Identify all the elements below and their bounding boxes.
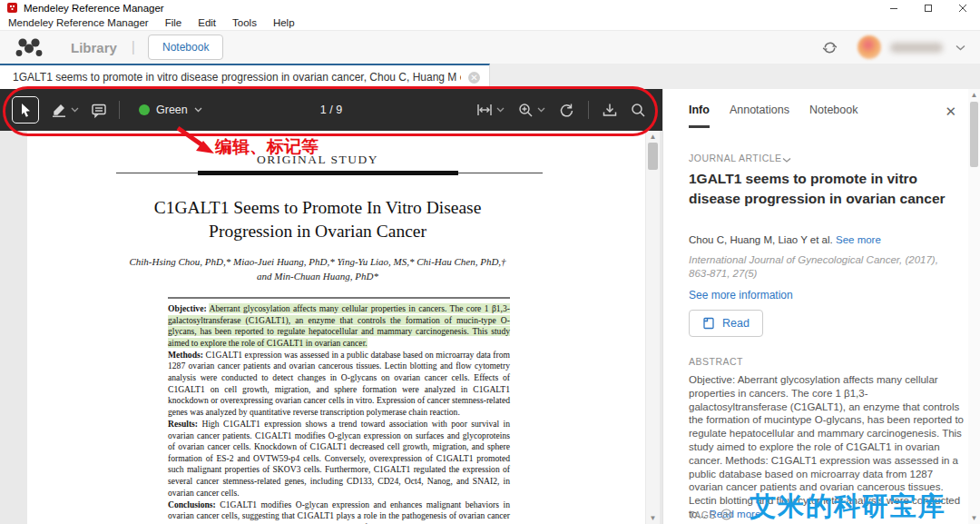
abstract-methods: Methods: C1GALT1 expression was assessed…: [168, 350, 510, 419]
abstract-conclusions: Conclusions: C1GALT1 modifies O-glycan e…: [168, 499, 510, 524]
menu-tools[interactable]: Tools: [224, 17, 265, 28]
title-bar: Mendeley Reference Manager: [0, 0, 980, 15]
pdf-page: Original Study C1GALT1 Seems to Promote …: [27, 131, 645, 524]
menu-file[interactable]: File: [157, 17, 191, 28]
tab-bar: 1GALT1 seems to promote in vitro disease…: [0, 64, 980, 89]
see-more-authors-link[interactable]: See more: [836, 234, 881, 245]
toolbar-divider: [588, 101, 589, 119]
pdf-viewer: Original Study C1GALT1 Seems to Promote …: [0, 131, 662, 524]
toolbar-divider: [119, 101, 120, 119]
select-tool-button[interactable]: [12, 96, 39, 124]
tab-close-icon[interactable]: ✕: [468, 72, 480, 84]
maximize-button[interactable]: [911, 0, 946, 15]
rotate-button[interactable]: [559, 103, 574, 118]
header-rule: [116, 173, 543, 173]
read-document-icon: [702, 317, 715, 330]
sync-icon[interactable]: [822, 40, 838, 55]
paper-abstract: Objective: Aberrant glycosylation affect…: [168, 303, 510, 524]
info-panel: Info Annotations Notebook ✕ JOURNAL ARTI…: [662, 89, 980, 524]
read-button[interactable]: Read: [689, 310, 763, 337]
document-tab[interactable]: 1GALT1 seems to promote in vitro disease…: [0, 64, 490, 89]
panel-scroll-down-icon[interactable]: ▼: [968, 512, 980, 524]
menu-help[interactable]: Help: [265, 17, 303, 28]
zoom-button[interactable]: [518, 103, 545, 118]
tab-notebook[interactable]: Notebook: [809, 104, 858, 128]
color-chevron-down-icon: [194, 107, 202, 113]
fit-width-button[interactable]: [476, 104, 505, 116]
rotate-icon: [559, 103, 574, 118]
menu-mendeley[interactable]: Mendeley Reference Manager: [0, 17, 157, 28]
see-more-information-link[interactable]: See more information: [689, 289, 793, 302]
tags-section: TAGS: [689, 509, 732, 520]
abstract-preview: Objective: Aberrant glycosylation affect…: [689, 373, 965, 521]
highlighted-text: Aberrant glycosylation affects many cell…: [168, 303, 510, 348]
search-button[interactable]: [631, 103, 646, 118]
mendeley-window: Mendeley Reference Manager Mendeley Refe…: [0, 0, 980, 524]
note-tool-button[interactable]: [91, 103, 107, 118]
window-title: Mendeley Reference Manager: [24, 3, 164, 14]
abstract-results: Results: High C1GALT1 expression shows a…: [168, 419, 510, 499]
menu-edit[interactable]: Edit: [190, 17, 224, 28]
fit-chevron-down-icon[interactable]: [496, 107, 505, 113]
panel-scroll-up-icon[interactable]: ▲: [968, 89, 980, 101]
paper-title: C1GALT1 Seems to Promote In Vitro Diseas…: [27, 196, 608, 243]
zoom-in-icon: [518, 103, 534, 118]
download-icon: [603, 103, 617, 117]
paper-section-label: Original Study: [27, 153, 608, 167]
info-panel-tabs: Info Annotations Notebook: [689, 104, 858, 128]
pdf-scrollbar[interactable]: ▲ ▼: [646, 131, 660, 524]
highlight-color-selector[interactable]: Green: [139, 104, 202, 116]
user-name-redacted: [890, 43, 943, 53]
abstract-section-label: ABSTRACT: [689, 356, 743, 367]
tab-annotations[interactable]: Annotations: [730, 104, 789, 128]
zoom-chevron-down-icon[interactable]: [537, 107, 545, 113]
account-chevron-down-icon[interactable]: [956, 44, 965, 51]
panel-scrollbar[interactable]: ▲ ▼: [968, 89, 980, 524]
search-icon: [631, 103, 646, 118]
highlighter-icon: [51, 102, 67, 118]
highlighter-tool-button[interactable]: [51, 102, 79, 118]
library-label[interactable]: Library: [71, 40, 117, 55]
tab-info[interactable]: Info: [689, 104, 710, 128]
notebook-button[interactable]: Notebook: [148, 35, 223, 60]
reference-type-selector[interactable]: JOURNAL ARTICLE: [689, 153, 791, 163]
user-avatar[interactable]: [858, 35, 881, 59]
document-tab-title: 1GALT1 seems to promote in vitro disease…: [13, 71, 461, 84]
header-divider: |: [132, 39, 135, 55]
scroll-down-icon[interactable]: ▼: [646, 512, 660, 524]
add-tag-icon[interactable]: [720, 509, 732, 520]
abstract-rule: [168, 297, 510, 299]
paper-authors: Chih-Hsing Chou, PhD,* Miao-Juei Huang, …: [27, 254, 608, 283]
mendeley-logo-icon: [15, 36, 44, 58]
pdf-scroll-thumb[interactable]: [648, 143, 658, 170]
green-color-dot-icon: [139, 104, 150, 115]
menu-bar: Mendeley Reference Manager File Edit Too…: [0, 15, 980, 31]
panel-close-icon[interactable]: ✕: [945, 104, 956, 120]
highlighter-chevron-down-icon[interactable]: [71, 107, 79, 113]
reference-authors: Chou C, Huang M, Liao Y et al. See more: [689, 234, 881, 245]
fit-width-icon: [476, 104, 493, 116]
journal-reference: International Journal of Gynecological C…: [689, 253, 961, 281]
abstract-objective: Objective: Aberrant glycosylation affect…: [168, 303, 510, 349]
close-button[interactable]: [946, 0, 980, 15]
mendeley-app-icon: [7, 3, 17, 13]
app-header: Library | Notebook: [0, 31, 980, 64]
color-label: Green: [156, 104, 188, 116]
reference-title[interactable]: 1GALT1 seems to promote in vitro disease…: [689, 169, 956, 209]
pdf-toolbar: Green 1 / 9: [0, 89, 662, 131]
scroll-up-icon[interactable]: ▲: [646, 131, 660, 143]
comment-icon: [91, 103, 107, 118]
minimize-button[interactable]: [877, 0, 911, 15]
panel-scroll-thumb[interactable]: [970, 102, 978, 167]
cursor-icon: [19, 103, 33, 118]
download-button[interactable]: [603, 103, 617, 117]
